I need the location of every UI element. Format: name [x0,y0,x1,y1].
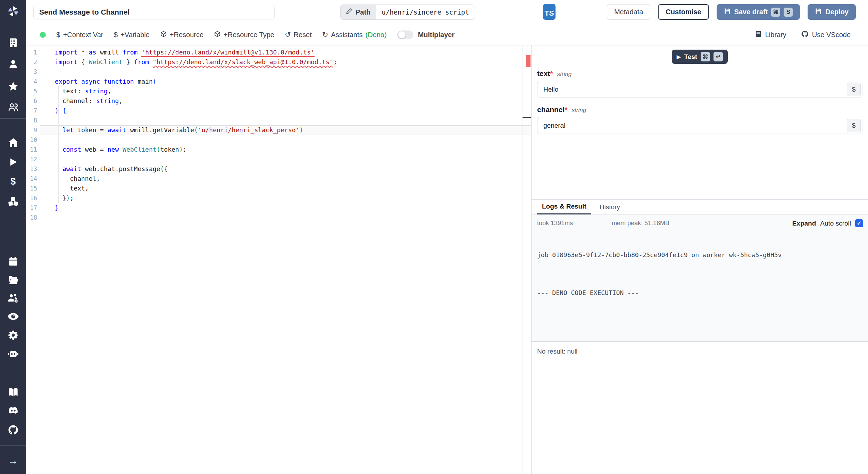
path-group: Path u/henri/sincere_script [340,5,475,20]
use-vscode-button[interactable]: Use VScode [801,30,851,40]
github-icon[interactable] [0,423,26,437]
test-row: ▶ Test ⌘ ↵ [532,50,868,64]
autoscroll-checkbox[interactable]: ✓ [855,219,863,227]
test-button[interactable]: ▶ Test ⌘ ↵ [672,50,728,64]
add-resource-button[interactable]: +Resource [160,31,203,39]
favorites-star-icon[interactable] [0,79,26,93]
code-text: const web = new WebClient(token); [37,145,186,154]
user-icon[interactable] [0,57,26,71]
code-line[interactable]: 2import { WebClient } from "https://deno… [26,57,531,67]
code-line[interactable]: 17} [26,203,531,213]
code-line[interactable]: 16 }); [26,193,531,203]
line-number: 2 [26,57,37,67]
typescript-badge: TS [543,4,556,20]
code-text [37,135,59,145]
save-draft-button[interactable]: Save draft ⌘ S [717,4,800,20]
indent-guide [58,86,59,203]
library-button[interactable]: Library [755,31,786,39]
code-line[interactable]: 9 let token = await wmill.getVariable('u… [26,125,531,135]
insert-variable-button[interactable]: $ [847,83,861,96]
docs-book-icon[interactable] [0,385,26,399]
workspace-building-icon[interactable] [0,36,26,50]
code-line[interactable]: 3 [26,67,531,77]
results-tabs: Logs & Result History [532,200,868,215]
schedules-calendar-icon[interactable] [0,254,26,268]
windmill-logo-icon[interactable] [0,5,26,18]
add-context-var-button[interactable]: $ +Context Var [56,31,103,39]
code-text: ) { [37,106,66,116]
text-arg-input[interactable] [537,81,862,98]
code-text: import { WebClient } from "https://deno.… [37,57,337,67]
sidebar: $ → [0,0,26,474]
tab-history[interactable]: History [595,200,625,214]
code-text: await web.chat.postMessage({ [37,164,168,174]
code-line[interactable]: 15 text, [26,184,531,193]
line-number: 11 [26,145,37,154]
code-line[interactable]: 8 [26,116,531,125]
windmill-script-editor: $ → [0,0,868,474]
add-resource-type-button[interactable]: +Resource Type [214,31,274,39]
code-line[interactable]: 7) { [26,106,531,116]
code-line[interactable]: 4export async function main( [26,77,531,86]
code-editor[interactable]: 1import * as wmill from 'https://deno.la… [26,45,531,474]
code-line[interactable]: 12 [26,154,531,164]
code-text: channel, [37,174,100,184]
channel-arg-input[interactable] [537,117,862,134]
audit-eye-icon[interactable] [0,310,26,323]
line-number: 6 [26,96,37,106]
editor-toolbar: $ +Context Var $ +Variable +Resource +Re… [26,24,868,45]
reset-icon: ↺ [285,31,291,39]
discord-icon[interactable] [0,404,26,418]
metadata-button[interactable]: Metadata [607,4,650,20]
collapse-arrow-right-icon[interactable]: → [0,454,26,467]
field-type: string [572,107,586,114]
field-label-text: text* string [537,69,862,78]
autoscroll-label: Auto scroll [820,220,851,227]
refresh-icon: ↻ [322,31,328,39]
code-line[interactable]: 5 text: string, [26,86,531,96]
code-line[interactable]: 13 await web.chat.postMessage({ [26,164,531,174]
line-number: 10 [26,135,37,145]
took-duration: took 1391ms [537,220,612,227]
folders-icon[interactable] [0,273,26,287]
code-line[interactable]: 18 [26,213,531,222]
code-line[interactable]: 6 channel: string, [26,96,531,106]
path-value[interactable]: u/henri/sincere_script [376,5,475,20]
code-text: export async function main( [37,77,157,86]
code-line[interactable]: 14 channel, [26,174,531,184]
add-variable-button[interactable]: $ +Variable [114,31,150,39]
line-number: 1 [26,48,37,57]
multiplayer-toggle[interactable] [397,31,413,39]
reset-button[interactable]: ↺ Reset [285,31,312,39]
customise-button[interactable]: Customise [658,4,709,20]
ai-robot-icon[interactable] [0,347,26,361]
code-text [37,116,59,125]
code-text: import * as wmill from 'https://deno.lan… [37,48,315,57]
variables-dollar-icon[interactable]: $ [0,175,26,188]
assistants-lang: (Deno) [366,31,387,39]
expand-button[interactable]: Expand [792,220,816,227]
home-icon[interactable] [0,136,26,150]
workers-users-gear-icon[interactable] [0,291,26,305]
code-line[interactable]: 10 [26,135,531,145]
resources-cubes-icon[interactable] [0,194,26,208]
package-icon [160,31,167,39]
groups-users-icon[interactable] [0,100,26,114]
tab-logs-result[interactable]: Logs & Result [537,200,591,214]
status-dot [40,32,46,38]
save-icon [815,8,822,16]
deploy-button[interactable]: Deploy [808,4,856,20]
code-line[interactable]: 1import * as wmill from 'https://deno.la… [26,48,531,57]
line-number: 8 [26,116,37,125]
code-text: } [37,203,59,213]
insert-variable-button[interactable]: $ [847,119,861,132]
edit-path-button[interactable]: Path [340,5,376,20]
settings-gear-icon[interactable] [0,328,26,342]
cmd-key-badge: ⌘ [701,52,710,61]
preview-panel: ▶ Test ⌘ ↵ text* string $ channel* strin… [532,45,868,474]
script-title-input[interactable] [33,5,275,19]
runs-play-icon[interactable] [0,155,26,169]
assistants-button[interactable]: ↻ Assistants (Deno) [322,31,387,39]
field-type: string [557,71,572,78]
code-line[interactable]: 11 const web = new WebClient(token); [26,145,531,154]
